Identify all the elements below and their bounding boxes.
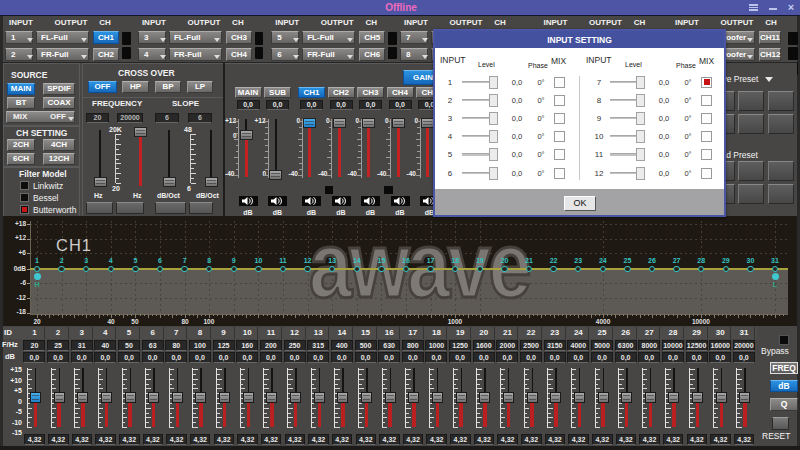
svg-text:awave: awave	[309, 240, 530, 300]
